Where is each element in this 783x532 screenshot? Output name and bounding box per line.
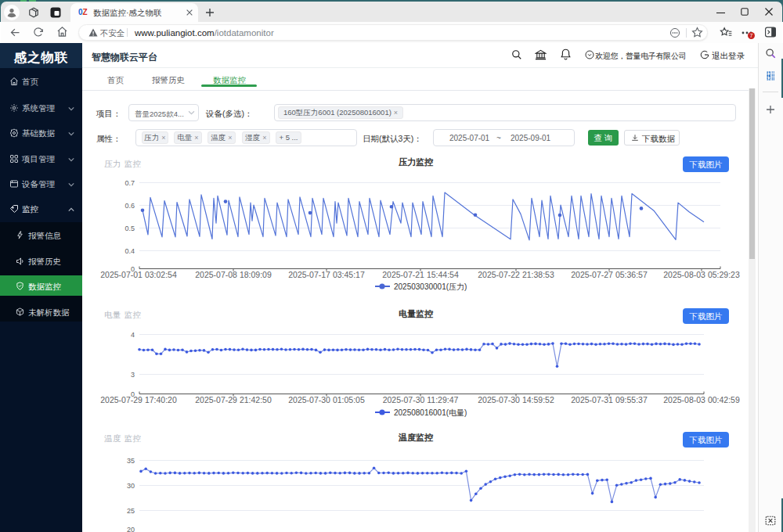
svg-text:0.5: 0.5 bbox=[124, 225, 135, 232]
svg-text:2025-07-21 15:44:54: 2025-07-21 15:44:54 bbox=[382, 270, 459, 279]
svg-text:25: 25 bbox=[127, 507, 135, 515]
svg-text:2025-07-30 01:05:05: 2025-07-30 01:05:05 bbox=[288, 395, 365, 404]
svg-text:2025-07-08 18:09:09: 2025-07-08 18:09:09 bbox=[195, 270, 272, 279]
svg-text:3: 3 bbox=[131, 371, 135, 379]
svg-text:0.7: 0.7 bbox=[124, 179, 135, 187]
svg-text:4: 4 bbox=[131, 331, 135, 339]
svg-text:20: 20 bbox=[127, 526, 135, 532]
svg-text:2025-07-17 03:45:17: 2025-07-17 03:45:17 bbox=[288, 270, 365, 279]
svg-text:2025-07-31 09:55:37: 2025-07-31 09:55:37 bbox=[571, 395, 648, 404]
svg-text:2025-07-30 11:29:47: 2025-07-30 11:29:47 bbox=[383, 395, 459, 404]
svg-text:202508016001(电量): 202508016001(电量) bbox=[394, 408, 467, 417]
svg-text:2025-08-03 05:29:23: 2025-08-03 05:29:23 bbox=[663, 270, 740, 279]
svg-text:2025-08-03 00:42:59: 2025-08-03 00:42:59 bbox=[663, 395, 740, 404]
svg-text:0.6: 0.6 bbox=[124, 202, 135, 210]
svg-text:2025-07-30 14:59:52: 2025-07-30 14:59:52 bbox=[478, 395, 554, 404]
svg-text:35: 35 bbox=[127, 457, 135, 465]
svg-text:2025-07-29 21:42:50: 2025-07-29 21:42:50 bbox=[195, 395, 272, 404]
svg-text:0.4: 0.4 bbox=[124, 247, 135, 255]
svg-text:2025-07-01 03:02:54: 2025-07-01 03:02:54 bbox=[100, 270, 177, 279]
svg-text:2025-07-22 21:38:53: 2025-07-22 21:38:53 bbox=[478, 270, 554, 279]
svg-text:202503030001(压力): 202503030001(压力) bbox=[394, 282, 467, 291]
svg-text:2025-07-27 05:36:57: 2025-07-27 05:36:57 bbox=[571, 270, 648, 279]
svg-text:30: 30 bbox=[127, 482, 135, 490]
svg-text:2025-07-29 17:40:20: 2025-07-29 17:40:20 bbox=[100, 395, 177, 404]
